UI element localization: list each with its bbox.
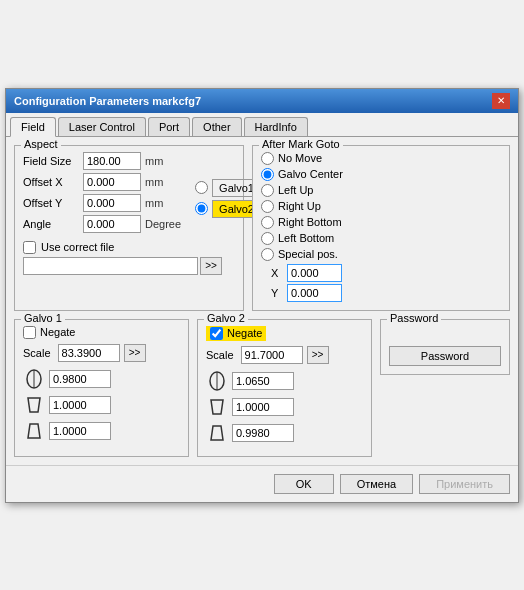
galvo1-negate-checkbox[interactable]: [23, 326, 36, 339]
offset-y-input[interactable]: [83, 194, 141, 212]
no-move-radio[interactable]: [261, 152, 274, 165]
offset-y-row: Offset Y mm: [23, 194, 181, 212]
no-move-row: No Move: [261, 152, 501, 165]
right-bottom-row: Right Bottom: [261, 216, 501, 229]
offset-y-unit: mm: [145, 197, 163, 209]
angle-input[interactable]: [83, 215, 141, 233]
galvo2-distort3-row: [206, 422, 363, 444]
x-input[interactable]: [287, 264, 342, 282]
field-size-row: Field Size mm: [23, 152, 235, 170]
aspect-group: Aspect Field Size mm Offset X mm: [14, 145, 244, 311]
galvo2-distort2-icon: [206, 396, 228, 418]
galvo2-negate-row: Negate: [206, 326, 363, 341]
aspect-group-label: Aspect: [21, 138, 61, 150]
galvo2-scale-input[interactable]: [241, 346, 303, 364]
special-pos-row: Special pos.: [261, 248, 501, 261]
galvo1-radio[interactable]: [195, 181, 208, 194]
offset-x-row: Offset X mm: [23, 173, 181, 191]
bottom-buttons: OK Отмена Применить: [6, 465, 518, 502]
apply-button[interactable]: Применить: [419, 474, 510, 494]
galvo1-distort1-row: [23, 368, 180, 390]
browse-button[interactable]: >>: [200, 257, 222, 275]
galvo2-distort2-input[interactable]: [232, 398, 294, 416]
angle-row: Angle Degree: [23, 215, 181, 233]
after-mark-group: After Mark Goto No Move Galvo Center Lef…: [252, 145, 510, 311]
galvo2-scale-label: Scale: [206, 349, 234, 361]
galvo1-distort3-input[interactable]: [49, 422, 111, 440]
use-correct-checkbox[interactable]: [23, 241, 36, 254]
right-up-radio[interactable]: [261, 200, 274, 213]
left-bottom-row: Left Bottom: [261, 232, 501, 245]
galvo1-distort2-icon: [23, 394, 45, 416]
galvo1-scale-row: Scale >>: [23, 344, 180, 362]
main-window: Configuration Parameters markcfg7 ✕ Fiel…: [5, 88, 519, 503]
angle-unit: Degree: [145, 218, 181, 230]
left-up-radio[interactable]: [261, 184, 274, 197]
correct-file-input[interactable]: [23, 257, 198, 275]
ok-button[interactable]: OK: [274, 474, 334, 494]
galvo1-distort1-input[interactable]: [49, 370, 111, 388]
galvo2-distort1-icon: [206, 370, 228, 392]
no-move-label: No Move: [278, 152, 322, 164]
galvo2-radio[interactable]: [195, 202, 208, 215]
galvo1-negate-row: Negate: [23, 326, 180, 339]
svg-marker-2: [28, 398, 40, 412]
galvo2-negate-checkbox[interactable]: [210, 327, 223, 340]
galvo2-negate-label: Negate: [227, 327, 262, 339]
special-pos-radio[interactable]: [261, 248, 274, 261]
svg-marker-6: [211, 400, 223, 414]
top-groups-row: Aspect Field Size mm Offset X mm: [14, 145, 510, 311]
left-up-row: Left Up: [261, 184, 501, 197]
password-group-label: Password: [387, 312, 441, 324]
galvo2-distort1-input[interactable]: [232, 372, 294, 390]
tab-hardinfo[interactable]: HardInfo: [244, 117, 308, 136]
galvo2-distort3-icon: [206, 422, 228, 444]
cancel-button[interactable]: Отмена: [340, 474, 413, 494]
galvo1-negate-wrap: Negate: [23, 326, 75, 339]
title-bar: Configuration Parameters markcfg7 ✕: [6, 89, 518, 113]
offset-x-label: Offset X: [23, 176, 83, 188]
galvo2-distort3-input[interactable]: [232, 424, 294, 442]
galvo1-distort2-input[interactable]: [49, 396, 111, 414]
svg-marker-3: [28, 424, 40, 438]
galvo2-negate-wrap: Negate: [206, 326, 266, 341]
close-button[interactable]: ✕: [492, 93, 510, 109]
after-mark-label: After Mark Goto: [259, 138, 343, 150]
tab-other[interactable]: Other: [192, 117, 242, 136]
use-correct-row: Use correct file: [23, 241, 235, 254]
correct-file-row: >>: [23, 257, 235, 275]
field-size-unit: mm: [145, 155, 163, 167]
tab-content: Aspect Field Size mm Offset X mm: [6, 137, 518, 465]
right-up-row: Right Up: [261, 200, 501, 213]
galvo1-scale-btn[interactable]: >>: [124, 344, 146, 362]
left-bottom-radio[interactable]: [261, 232, 274, 245]
password-button[interactable]: Password: [389, 346, 501, 366]
tab-field[interactable]: Field: [10, 117, 56, 137]
svg-marker-7: [211, 426, 223, 440]
galvo1-negate-label: Negate: [40, 326, 75, 338]
password-group: Password Password: [380, 319, 510, 375]
tab-laser-control[interactable]: Laser Control: [58, 117, 146, 136]
right-bottom-radio[interactable]: [261, 216, 274, 229]
galvo-center-row: Galvo Center: [261, 168, 501, 181]
field-size-label: Field Size: [23, 155, 83, 167]
galvo1-distort1-icon: [23, 368, 45, 390]
galvo-center-label: Galvo Center: [278, 168, 343, 180]
galvo-center-radio[interactable]: [261, 168, 274, 181]
galvo1-scale-input[interactable]: [58, 344, 120, 362]
angle-label: Angle: [23, 218, 83, 230]
tab-bar: Field Laser Control Port Other HardInfo: [6, 113, 518, 137]
bottom-row: Galvo 1 Negate Scale >>: [14, 319, 510, 457]
galvo1-distort3-icon: [23, 420, 45, 442]
galvo2-scale-btn[interactable]: >>: [307, 346, 329, 364]
left-up-label: Left Up: [278, 184, 313, 196]
right-bottom-label: Right Bottom: [278, 216, 342, 228]
galvo1-group: Galvo 1 Negate Scale >>: [14, 319, 189, 457]
field-size-input[interactable]: [83, 152, 141, 170]
offset-x-input[interactable]: [83, 173, 141, 191]
galvo2-distort2-row: [206, 396, 363, 418]
y-input[interactable]: [287, 284, 342, 302]
tab-port[interactable]: Port: [148, 117, 190, 136]
offset-y-label: Offset Y: [23, 197, 83, 209]
y-label: Y: [271, 287, 283, 299]
